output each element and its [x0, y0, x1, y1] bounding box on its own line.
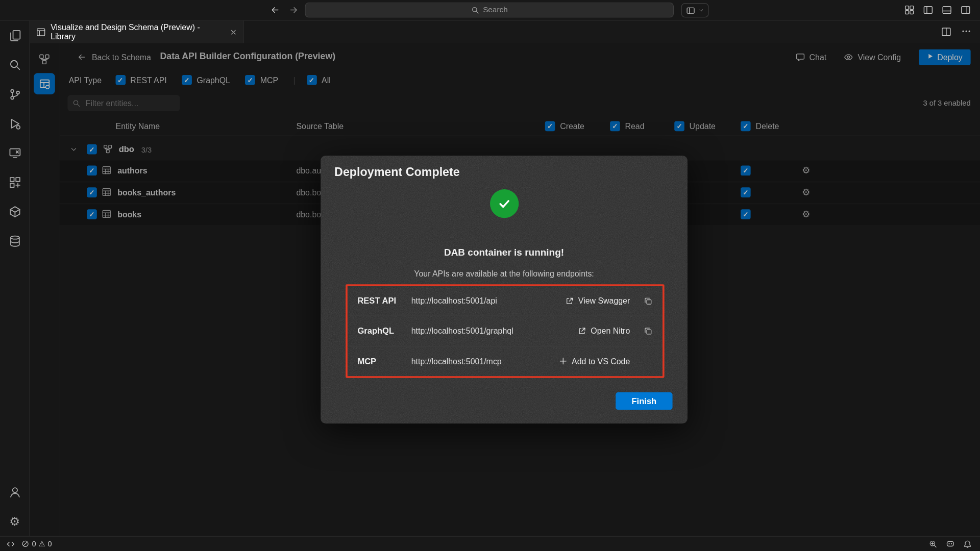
- action-label: View Swagger: [578, 296, 630, 306]
- split-editor-icon[interactable]: [941, 27, 951, 37]
- toggle-secondary-sidebar-icon[interactable]: [961, 5, 971, 15]
- dialog-title: Deployment Complete: [334, 165, 460, 179]
- finish-button[interactable]: Finish: [616, 392, 672, 410]
- view-swagger-link[interactable]: View Swagger: [565, 296, 630, 306]
- activity-bar: [0, 20, 30, 536]
- status-right: [929, 539, 974, 548]
- account-icon: [9, 486, 21, 498]
- close-tab-icon[interactable]: [230, 29, 237, 35]
- copy-icon[interactable]: [644, 327, 652, 335]
- extensions-icon: [9, 176, 21, 188]
- endpoint-url: http://localhost:5001/graphql: [411, 327, 578, 336]
- plus-icon: [558, 357, 567, 366]
- copilot-icon[interactable]: [946, 539, 955, 548]
- search-icon: [9, 58, 21, 70]
- sidebar-item-database-projects[interactable]: [0, 197, 30, 227]
- zoom-icon[interactable]: [929, 539, 938, 548]
- sidebar-item-run-debug[interactable]: [0, 109, 30, 138]
- sidebar-item-accounts[interactable]: [0, 478, 30, 507]
- endpoint-name: GraphQL: [357, 327, 411, 336]
- endpoint-row-mcp: MCP http://localhost:5001/mcp Add to VS …: [348, 346, 663, 376]
- action-label: Add to VS Code: [572, 357, 630, 366]
- sidebar-item-search[interactable]: [0, 50, 30, 80]
- add-to-vscode-link[interactable]: Add to VS Code: [558, 357, 630, 366]
- toggle-primary-sidebar-icon[interactable]: [923, 5, 934, 15]
- warning-icon: [39, 539, 45, 548]
- status-heading: DAB container is running!: [321, 247, 688, 258]
- open-nitro-link[interactable]: Open Nitro: [578, 327, 630, 336]
- tab-title: Visualize and Design Schema (Preview) - …: [51, 22, 225, 41]
- toggle-panel-icon[interactable]: [942, 5, 952, 15]
- endpoint-name: MCP: [357, 357, 411, 366]
- sidebar-item-library[interactable]: [0, 20, 30, 50]
- error-count: 0: [32, 539, 36, 548]
- titlebar-right-controls: [904, 0, 971, 20]
- tab-visualize-design-schema[interactable]: Visualize and Design Schema (Preview) - …: [30, 20, 244, 43]
- title-bar: Search: [0, 0, 980, 20]
- bell-icon[interactable]: [963, 539, 972, 548]
- search-placeholder: Search: [483, 6, 508, 14]
- problems-indicator[interactable]: 0 0: [21, 539, 52, 548]
- monitor-x-icon: [9, 146, 21, 159]
- endpoint-url: http://localhost:5001/mcp: [411, 357, 559, 366]
- status-left: 0 0: [6, 539, 52, 548]
- layout-icon: [686, 6, 695, 15]
- sidebar-item-source-control[interactable]: [0, 80, 30, 109]
- sidebar-item-settings[interactable]: [0, 507, 30, 536]
- settings-gear-icon: [9, 515, 20, 527]
- endpoints-subtitle: Your APIs are available at the following…: [321, 269, 688, 279]
- success-check-icon: [489, 189, 518, 218]
- warning-count: 0: [48, 539, 52, 548]
- search-icon: [471, 6, 479, 14]
- editor-actions: [941, 20, 980, 43]
- sidebar-item-remote-explorer[interactable]: [0, 138, 30, 168]
- copy-icon[interactable]: [644, 296, 652, 305]
- editor-tab-bar: Visualize and Design Schema (Preview) - …: [30, 20, 980, 43]
- external-link-icon: [578, 327, 586, 335]
- schema-preview-icon: [36, 27, 45, 36]
- customize-layout-icon[interactable]: [904, 5, 915, 15]
- vscode-window: Search: [0, 0, 980, 551]
- run-debug-icon: [9, 117, 21, 130]
- endpoint-row-rest: REST API http://localhost:5001/api View …: [348, 286, 663, 316]
- history-nav: [270, 0, 299, 20]
- cube-icon: [9, 205, 21, 217]
- status-bar: 0 0: [0, 536, 980, 551]
- external-link-icon: [565, 296, 574, 305]
- forward-arrow-icon[interactable]: [289, 5, 299, 15]
- database-icon: [9, 235, 21, 247]
- command-center-search[interactable]: Search: [305, 3, 674, 17]
- back-arrow-icon[interactable]: [270, 5, 280, 15]
- titlebar-dropdown[interactable]: [681, 3, 709, 17]
- deployment-complete-dialog: Deployment Complete DAB container is run…: [321, 156, 688, 423]
- error-icon: [21, 540, 30, 548]
- endpoint-url: http://localhost:5001/api: [411, 296, 565, 306]
- remote-indicator-icon[interactable]: [6, 539, 15, 548]
- pages-icon: [9, 29, 21, 41]
- source-control-icon: [9, 88, 21, 100]
- more-actions-icon[interactable]: [961, 26, 971, 38]
- sidebar-item-extensions[interactable]: [0, 167, 30, 197]
- action-label: Open Nitro: [591, 327, 630, 336]
- sidebar-item-sql-server[interactable]: [0, 226, 30, 256]
- endpoint-row-graphql: GraphQL http://localhost:5001/graphql Op…: [348, 316, 663, 346]
- endpoints-box: REST API http://localhost:5001/api View …: [346, 284, 664, 378]
- endpoint-name: REST API: [357, 296, 411, 306]
- chevron-down-icon: [698, 8, 704, 13]
